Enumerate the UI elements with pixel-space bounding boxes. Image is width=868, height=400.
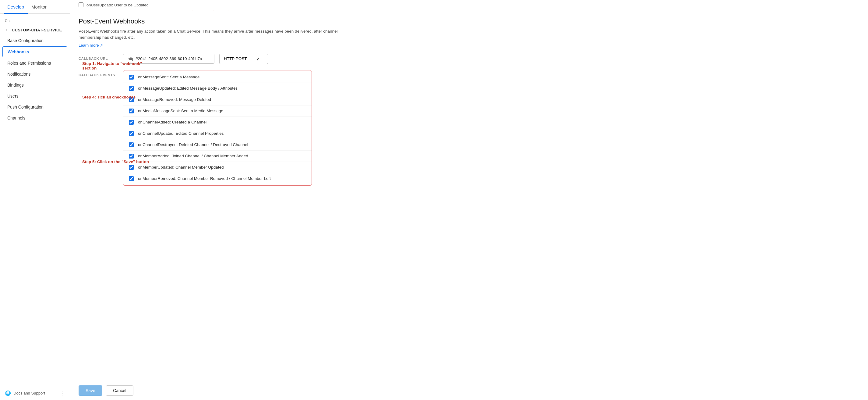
event-label-7: onMemberAdded: Joined Channel / Channel … [138,154,248,158]
callback-events-row: CALLBACK EVENTS onMessageSent: Sent a Me… [79,70,860,186]
sidebar-item-roles-permissions[interactable]: Roles and Permissions [2,58,67,68]
step2-annotation: Step 2: Paste your copied link [186,10,244,10]
top-checkbox-item: onUserUpdate: User to be Updated [79,2,149,7]
chevron-down-icon: ∨ [256,56,259,61]
event-item: onMemberAdded: Joined Channel / Channel … [123,151,312,162]
onuserupdate-checkbox[interactable] [79,2,84,7]
event-item: onMessageRemoved: Message Deleted [123,94,312,106]
http-method-label: HTTP POST [224,56,247,61]
callback-url-row: CALLBACK URL HTTP POST ∨ [79,54,860,64]
event-item: onChannelUpdated: Edited Channel Propert… [123,128,312,139]
save-button[interactable]: Save [79,385,102,396]
learn-more-link[interactable]: Learn more ↗ [79,43,103,48]
page-title: Post-Event Webhooks [79,18,860,25]
main-content: onUserUpdate: User to be Updated Step 1:… [70,0,868,400]
event-label-6: onChannelDestroyed: Deleted Channel / De… [138,142,248,147]
step3-annotation: Step 3: Select HTTP POST [265,10,316,10]
event-label-3: onMediaMessageSent: Sent a Media Message [138,109,223,113]
sidebar-back[interactable]: ← CUSTOM-CHAT-SERVICE [0,25,70,35]
cancel-button[interactable]: Cancel [106,385,133,396]
events-box: onMessageSent: Sent a MessageonMessageUp… [123,70,312,186]
globe-icon: 🌐 [5,390,11,396]
event-item: onMemberUpdated: Channel Member Updated [123,162,312,173]
http-method-select[interactable]: HTTP POST ∨ [219,54,268,64]
page-description: Post-Event Webhooks fire after any actio… [79,28,353,41]
tab-develop[interactable]: Develop [4,0,28,14]
learn-more-text: Learn more [79,43,99,48]
callback-url-input[interactable] [123,54,214,64]
event-checkbox-1[interactable] [129,86,134,91]
sidebar-item-notifications[interactable]: Notifications [2,69,67,79]
event-checkbox-8[interactable] [129,165,134,170]
external-link-icon: ↗ [100,43,103,48]
sidebar-item-users[interactable]: Users [2,91,67,101]
back-arrow-icon: ← [5,27,10,33]
event-checkbox-9[interactable] [129,176,134,181]
event-item: onMessageUpdated: Edited Message Body / … [123,83,312,94]
event-label-4: onChannelAdded: Created a Channel [138,120,207,124]
event-label-8: onMemberUpdated: Channel Member Updated [138,165,223,170]
event-checkbox-7[interactable] [129,154,134,159]
event-label-0: onMessageSent: Sent a Message [138,75,200,79]
event-checkbox-5[interactable] [129,131,134,136]
sidebar-item-webhooks[interactable]: Webhooks [2,46,67,57]
sidebar-footer: 🌐 Docs and Support ⋮ [0,386,70,400]
callback-url-label: CALLBACK URL [79,54,118,60]
event-checkbox-3[interactable] [129,109,134,113]
event-item: onMemberRemoved: Channel Member Removed … [123,173,312,184]
sidebar-item-channels[interactable]: Channels [2,113,67,123]
event-item: onChannelAdded: Created a Channel [123,117,312,128]
more-options-icon[interactable]: ⋮ [59,390,65,396]
sidebar-section-label: Chat [0,14,70,25]
event-label-9: onMemberRemoved: Channel Member Removed … [138,176,271,181]
event-label-5: onChannelUpdated: Edited Channel Propert… [138,131,223,136]
sidebar-item-push-configuration[interactable]: Push Configuration [2,102,67,112]
docs-and-support[interactable]: 🌐 Docs and Support [5,390,45,396]
event-label-1: onMessageUpdated: Edited Message Body / … [138,86,238,90]
sidebar-tabs: Develop Monitor [0,0,70,14]
event-checkbox-4[interactable] [129,120,134,125]
callback-events-label: CALLBACK EVENTS [79,70,118,77]
top-bar: onUserUpdate: User to be Updated [70,0,868,10]
event-checkbox-0[interactable] [129,75,134,80]
bottom-bar: Save Cancel [70,381,868,400]
event-item: onMessageSent: Sent a Message [123,72,312,83]
event-checkbox-2[interactable] [129,97,134,102]
docs-label: Docs and Support [13,391,45,395]
event-item: onMediaMessageSent: Sent a Media Message [123,106,312,117]
sidebar: Develop Monitor Chat ← CUSTOM-CHAT-SERVI… [0,0,70,400]
sidebar-item-bindings[interactable]: Bindings [2,80,67,90]
tab-monitor[interactable]: Monitor [28,0,50,14]
event-checkbox-6[interactable] [129,142,134,147]
sidebar-service-name: CUSTOM-CHAT-SERVICE [12,28,62,32]
event-item: onChannelDestroyed: Deleted Channel / De… [123,139,312,151]
onuserupdate-label: onUserUpdate: User to be Updated [87,3,149,7]
event-label-2: onMessageRemoved: Message Deleted [138,97,211,102]
sidebar-item-base-configuration[interactable]: Base Configuration [2,35,67,46]
content-area: Step 1: Navigate to "webhook" section St… [70,10,868,381]
